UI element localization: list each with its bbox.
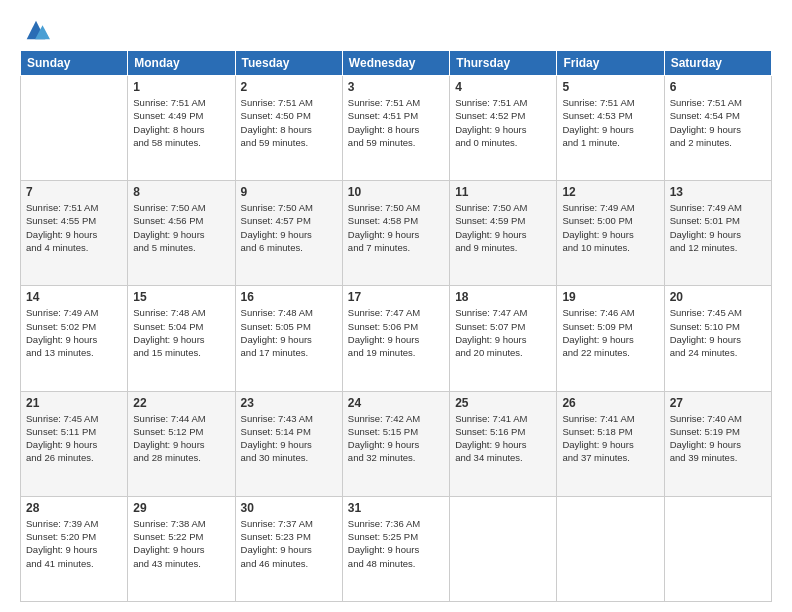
day-info: Sunrise: 7:37 AM Sunset: 5:23 PM Dayligh… (241, 517, 337, 570)
calendar-cell: 4Sunrise: 7:51 AM Sunset: 4:52 PM Daylig… (450, 76, 557, 181)
calendar-cell: 21Sunrise: 7:45 AM Sunset: 5:11 PM Dayli… (21, 391, 128, 496)
day-info: Sunrise: 7:49 AM Sunset: 5:00 PM Dayligh… (562, 201, 658, 254)
calendar-cell: 5Sunrise: 7:51 AM Sunset: 4:53 PM Daylig… (557, 76, 664, 181)
day-info: Sunrise: 7:36 AM Sunset: 5:25 PM Dayligh… (348, 517, 444, 570)
day-info: Sunrise: 7:50 AM Sunset: 4:57 PM Dayligh… (241, 201, 337, 254)
weekday-header-saturday: Saturday (664, 51, 771, 76)
day-info: Sunrise: 7:39 AM Sunset: 5:20 PM Dayligh… (26, 517, 122, 570)
day-info: Sunrise: 7:45 AM Sunset: 5:11 PM Dayligh… (26, 412, 122, 465)
day-info: Sunrise: 7:48 AM Sunset: 5:05 PM Dayligh… (241, 306, 337, 359)
header (20, 16, 772, 40)
day-info: Sunrise: 7:41 AM Sunset: 5:18 PM Dayligh… (562, 412, 658, 465)
day-info: Sunrise: 7:50 AM Sunset: 4:59 PM Dayligh… (455, 201, 551, 254)
calendar-cell: 23Sunrise: 7:43 AM Sunset: 5:14 PM Dayli… (235, 391, 342, 496)
weekday-header-thursday: Thursday (450, 51, 557, 76)
calendar-cell: 1Sunrise: 7:51 AM Sunset: 4:49 PM Daylig… (128, 76, 235, 181)
calendar-cell: 15Sunrise: 7:48 AM Sunset: 5:04 PM Dayli… (128, 286, 235, 391)
calendar-cell: 9Sunrise: 7:50 AM Sunset: 4:57 PM Daylig… (235, 181, 342, 286)
calendar-cell (21, 76, 128, 181)
day-info: Sunrise: 7:51 AM Sunset: 4:55 PM Dayligh… (26, 201, 122, 254)
day-number: 20 (670, 290, 766, 304)
day-number: 5 (562, 80, 658, 94)
calendar-week-5: 28Sunrise: 7:39 AM Sunset: 5:20 PM Dayli… (21, 496, 772, 601)
day-number: 28 (26, 501, 122, 515)
calendar-cell: 19Sunrise: 7:46 AM Sunset: 5:09 PM Dayli… (557, 286, 664, 391)
calendar-week-2: 7Sunrise: 7:51 AM Sunset: 4:55 PM Daylig… (21, 181, 772, 286)
day-info: Sunrise: 7:51 AM Sunset: 4:53 PM Dayligh… (562, 96, 658, 149)
calendar-cell: 17Sunrise: 7:47 AM Sunset: 5:06 PM Dayli… (342, 286, 449, 391)
day-info: Sunrise: 7:47 AM Sunset: 5:06 PM Dayligh… (348, 306, 444, 359)
day-number: 9 (241, 185, 337, 199)
page: SundayMondayTuesdayWednesdayThursdayFrid… (0, 0, 792, 612)
calendar-cell: 10Sunrise: 7:50 AM Sunset: 4:58 PM Dayli… (342, 181, 449, 286)
calendar-cell: 13Sunrise: 7:49 AM Sunset: 5:01 PM Dayli… (664, 181, 771, 286)
calendar-cell: 25Sunrise: 7:41 AM Sunset: 5:16 PM Dayli… (450, 391, 557, 496)
day-info: Sunrise: 7:43 AM Sunset: 5:14 PM Dayligh… (241, 412, 337, 465)
day-info: Sunrise: 7:51 AM Sunset: 4:54 PM Dayligh… (670, 96, 766, 149)
day-number: 6 (670, 80, 766, 94)
day-info: Sunrise: 7:41 AM Sunset: 5:16 PM Dayligh… (455, 412, 551, 465)
day-number: 10 (348, 185, 444, 199)
calendar-cell: 2Sunrise: 7:51 AM Sunset: 4:50 PM Daylig… (235, 76, 342, 181)
calendar-cell (557, 496, 664, 601)
calendar-week-1: 1Sunrise: 7:51 AM Sunset: 4:49 PM Daylig… (21, 76, 772, 181)
day-info: Sunrise: 7:44 AM Sunset: 5:12 PM Dayligh… (133, 412, 229, 465)
calendar-cell: 7Sunrise: 7:51 AM Sunset: 4:55 PM Daylig… (21, 181, 128, 286)
weekday-header-sunday: Sunday (21, 51, 128, 76)
calendar-cell (664, 496, 771, 601)
day-number: 2 (241, 80, 337, 94)
day-info: Sunrise: 7:50 AM Sunset: 4:56 PM Dayligh… (133, 201, 229, 254)
day-number: 22 (133, 396, 229, 410)
day-info: Sunrise: 7:47 AM Sunset: 5:07 PM Dayligh… (455, 306, 551, 359)
day-number: 18 (455, 290, 551, 304)
day-info: Sunrise: 7:42 AM Sunset: 5:15 PM Dayligh… (348, 412, 444, 465)
calendar-table: SundayMondayTuesdayWednesdayThursdayFrid… (20, 50, 772, 602)
day-info: Sunrise: 7:45 AM Sunset: 5:10 PM Dayligh… (670, 306, 766, 359)
day-number: 16 (241, 290, 337, 304)
day-number: 29 (133, 501, 229, 515)
weekday-header-friday: Friday (557, 51, 664, 76)
calendar-cell: 29Sunrise: 7:38 AM Sunset: 5:22 PM Dayli… (128, 496, 235, 601)
calendar-cell: 31Sunrise: 7:36 AM Sunset: 5:25 PM Dayli… (342, 496, 449, 601)
day-info: Sunrise: 7:49 AM Sunset: 5:01 PM Dayligh… (670, 201, 766, 254)
day-number: 25 (455, 396, 551, 410)
day-number: 24 (348, 396, 444, 410)
weekday-header-wednesday: Wednesday (342, 51, 449, 76)
calendar-cell: 27Sunrise: 7:40 AM Sunset: 5:19 PM Dayli… (664, 391, 771, 496)
day-number: 23 (241, 396, 337, 410)
day-info: Sunrise: 7:38 AM Sunset: 5:22 PM Dayligh… (133, 517, 229, 570)
day-number: 17 (348, 290, 444, 304)
day-number: 1 (133, 80, 229, 94)
calendar-cell: 16Sunrise: 7:48 AM Sunset: 5:05 PM Dayli… (235, 286, 342, 391)
day-number: 12 (562, 185, 658, 199)
day-number: 27 (670, 396, 766, 410)
day-info: Sunrise: 7:51 AM Sunset: 4:49 PM Dayligh… (133, 96, 229, 149)
day-number: 15 (133, 290, 229, 304)
day-info: Sunrise: 7:51 AM Sunset: 4:51 PM Dayligh… (348, 96, 444, 149)
day-number: 3 (348, 80, 444, 94)
day-info: Sunrise: 7:49 AM Sunset: 5:02 PM Dayligh… (26, 306, 122, 359)
day-number: 19 (562, 290, 658, 304)
weekday-header-monday: Monday (128, 51, 235, 76)
calendar-cell: 30Sunrise: 7:37 AM Sunset: 5:23 PM Dayli… (235, 496, 342, 601)
calendar-cell: 3Sunrise: 7:51 AM Sunset: 4:51 PM Daylig… (342, 76, 449, 181)
day-number: 14 (26, 290, 122, 304)
day-info: Sunrise: 7:48 AM Sunset: 5:04 PM Dayligh… (133, 306, 229, 359)
day-number: 26 (562, 396, 658, 410)
day-info: Sunrise: 7:51 AM Sunset: 4:50 PM Dayligh… (241, 96, 337, 149)
calendar-cell: 20Sunrise: 7:45 AM Sunset: 5:10 PM Dayli… (664, 286, 771, 391)
day-info: Sunrise: 7:40 AM Sunset: 5:19 PM Dayligh… (670, 412, 766, 465)
day-number: 31 (348, 501, 444, 515)
day-number: 13 (670, 185, 766, 199)
day-info: Sunrise: 7:50 AM Sunset: 4:58 PM Dayligh… (348, 201, 444, 254)
calendar-cell (450, 496, 557, 601)
calendar-week-4: 21Sunrise: 7:45 AM Sunset: 5:11 PM Dayli… (21, 391, 772, 496)
calendar-cell: 11Sunrise: 7:50 AM Sunset: 4:59 PM Dayli… (450, 181, 557, 286)
day-number: 21 (26, 396, 122, 410)
calendar-cell: 26Sunrise: 7:41 AM Sunset: 5:18 PM Dayli… (557, 391, 664, 496)
calendar-cell: 14Sunrise: 7:49 AM Sunset: 5:02 PM Dayli… (21, 286, 128, 391)
calendar-cell: 6Sunrise: 7:51 AM Sunset: 4:54 PM Daylig… (664, 76, 771, 181)
day-info: Sunrise: 7:46 AM Sunset: 5:09 PM Dayligh… (562, 306, 658, 359)
weekday-header-tuesday: Tuesday (235, 51, 342, 76)
calendar-cell: 22Sunrise: 7:44 AM Sunset: 5:12 PM Dayli… (128, 391, 235, 496)
